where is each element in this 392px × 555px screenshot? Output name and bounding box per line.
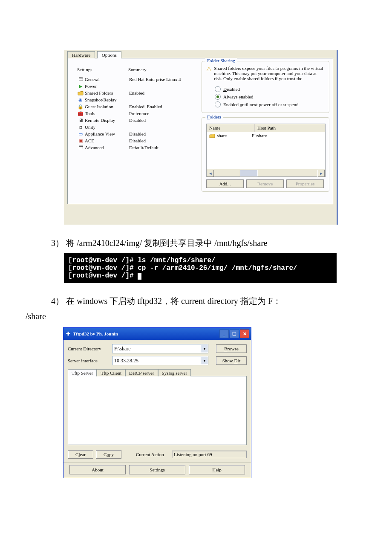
maximize-button[interactable]: ☐ — [230, 330, 239, 338]
remove-button[interactable]: Remove — [246, 179, 284, 188]
clear-button[interactable]: Clear — [68, 450, 93, 459]
add-button[interactable]: Add... — [206, 179, 244, 188]
col-name: Name — [207, 124, 255, 132]
current-directory-value: F:\share — [112, 345, 201, 353]
radio-until-label: Enabled until next power off or suspend — [223, 102, 298, 107]
terminal-line: [root@vm-dev /]# cp -r /arm2410-26/img/ … — [68, 264, 332, 272]
row-tools-name: Tools — [84, 111, 129, 116]
appliance-icon: ▭ — [77, 131, 84, 137]
chevron-down-icon[interactable]: ▼ — [201, 357, 208, 364]
folder-sharing-title: Folder Sharing — [205, 58, 237, 63]
close-button[interactable]: ✕ — [240, 330, 249, 338]
cursor-icon — [138, 273, 141, 280]
scroll-right-icon[interactable]: ► — [317, 170, 325, 177]
tab-tftp-client[interactable]: Tftp Client — [97, 369, 125, 376]
row-guest-isolation[interactable]: 🔒 Guest Isolation Enabled, Enabled — [77, 104, 194, 110]
row-general-summary: Red Hat Enterprise Linux 4 — [129, 77, 181, 82]
general-icon: 🗔 — [77, 76, 84, 82]
row-power-name: Power — [84, 84, 129, 89]
row-remote-display[interactable]: 🖥 Remote Display Disabled — [77, 117, 194, 123]
row-snap-name: Snapshot/Replay — [84, 97, 129, 102]
vmware-options-dialog: Hardware Options Settings Summary 🗔 Gene… — [64, 50, 338, 225]
unity-icon: ⧉ — [77, 124, 84, 130]
about-button[interactable]: About — [69, 465, 126, 474]
row-power[interactable]: ▶ Power — [77, 83, 194, 89]
row-general[interactable]: 🗔 General Red Hat Enterprise Linux 4 — [77, 76, 194, 82]
window-title: Tftpd32 by Ph. Jounin — [73, 331, 219, 336]
row-share-path: F:\share — [252, 133, 323, 138]
titlebar[interactable]: ✚ Tftpd32 by Ph. Jounin _ ☐ ✕ — [63, 328, 251, 340]
row-ace-summary: Disabled — [129, 138, 146, 143]
scroll-thumb[interactable] — [240, 170, 258, 176]
radio-disabled[interactable]: Disabled — [215, 86, 326, 92]
terminal: [root@vm-dev /]# ls /mnt/hgfs/share/ [ro… — [64, 253, 337, 283]
horizontal-scrollbar[interactable]: ◄ ► — [207, 169, 325, 176]
row-sf-name: Shared Folders — [84, 90, 129, 95]
row-av-summary: Disabled — [129, 131, 146, 136]
row-gi-summary: Enabled, Enabled — [129, 104, 162, 109]
terminal-line: [root@vm-dev /]# — [68, 272, 332, 280]
settings-button[interactable]: Settings — [129, 465, 185, 474]
current-action-label: Current Action — [136, 452, 172, 457]
row-unity[interactable]: ⧉ Unity — [77, 124, 194, 130]
current-action-value: Listening on port 69 — [172, 451, 247, 458]
row-ace-name: ACE — [84, 138, 129, 143]
row-av-name: Appliance View — [84, 131, 129, 136]
folders-group: Folders Name Host Path share F:\share — [202, 117, 329, 192]
tools-icon: 🧰 — [77, 110, 84, 116]
folders-table[interactable]: Name Host Path share F:\share ◄ — [206, 124, 326, 177]
row-advanced[interactable]: 🗔 Advanced Default/Default — [77, 145, 194, 150]
power-icon: ▶ — [77, 83, 84, 89]
row-tools[interactable]: 🧰 Tools Preference — [77, 110, 194, 116]
row-unity-name: Unity — [84, 124, 129, 130]
tftp-log-area[interactable] — [68, 376, 247, 445]
step4-text-b: /share — [26, 309, 366, 323]
browse-button[interactable]: Browse — [216, 344, 247, 353]
row-adv-summary: Default/Default — [129, 145, 159, 150]
tab-hardware[interactable]: Hardware — [67, 51, 95, 58]
warning-icon: ⚠ — [206, 66, 214, 81]
tab-dhcp-server[interactable]: DHCP server — [125, 369, 158, 376]
radio-always-enabled[interactable]: Always enabled — [215, 94, 326, 100]
help-button[interactable]: Help — [189, 465, 245, 474]
row-rd-name: Remote Display — [84, 118, 129, 123]
row-share-name: share — [217, 133, 227, 138]
tab-options[interactable]: Options — [97, 51, 121, 58]
remote-display-icon: 🖥 — [77, 117, 84, 123]
scroll-left-icon[interactable]: ◄ — [207, 170, 214, 177]
row-snapshot[interactable]: ◉ Snapshot/Replay — [77, 97, 194, 103]
radio-until-poweroff[interactable]: Enabled until next power off or suspend — [215, 101, 326, 107]
copy-button[interactable]: Copy — [96, 450, 121, 459]
warning-text: Shared folders expose your files to prog… — [214, 66, 326, 81]
ace-icon: ▣ — [77, 138, 84, 144]
row-tools-summary: Preference — [129, 111, 149, 116]
row-gi-name: Guest Isolation — [84, 104, 129, 109]
col-summary: Summary — [128, 67, 147, 72]
tab-syslog-server[interactable]: Syslog server — [158, 369, 191, 376]
col-settings: Settings — [77, 67, 128, 72]
settings-list: Settings Summary 🗔 General Red Hat Enter… — [68, 58, 200, 204]
current-directory-combo[interactable]: F:\share ▼ — [112, 344, 208, 353]
row-adv-name: Advanced — [84, 145, 129, 150]
current-directory-label: Current Directory — [68, 346, 112, 351]
lock-icon: 🔒 — [77, 104, 84, 110]
step4-text: 4） 在 windows 下启动 tftpd32，将 current direc… — [51, 294, 366, 308]
minimize-button[interactable]: _ — [219, 330, 229, 338]
advanced-icon: 🗔 — [77, 145, 84, 150]
app-icon: ✚ — [66, 331, 73, 337]
server-interface-label: Server interface — [68, 358, 112, 363]
row-appliance-view[interactable]: ▭ Appliance View Disabled — [77, 131, 194, 137]
show-dir-button[interactable]: Show Dir — [216, 356, 247, 365]
folders-title: Folders — [205, 114, 223, 119]
radio-always-label: Always enabled — [223, 94, 254, 99]
properties-button[interactable]: Properties — [286, 179, 324, 188]
folder-icon — [77, 90, 84, 96]
row-shared-folders[interactable]: Shared Folders Enabled — [77, 90, 194, 96]
tab-tftp-server[interactable]: Tftp Server — [68, 369, 97, 376]
step3-text: 3） 将 /arm2410cl24/img/ 复制到共享目录中 /mnt/hgf… — [51, 237, 392, 249]
table-row[interactable]: share F:\share — [207, 132, 325, 139]
chevron-down-icon[interactable]: ▼ — [201, 345, 208, 353]
server-interface-combo[interactable]: 10.33.28.25 ▼ — [112, 356, 208, 365]
folder-icon — [209, 133, 215, 138]
row-ace[interactable]: ▣ ACE Disabled — [77, 138, 194, 144]
